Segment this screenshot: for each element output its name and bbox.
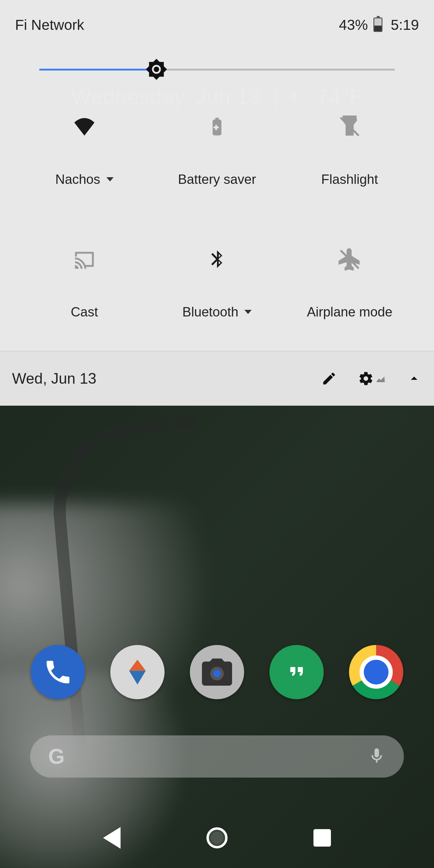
tile-flashlight[interactable]: Flashlight: [283, 115, 416, 187]
battery-saver-icon: [205, 115, 229, 138]
svg-point-5: [213, 670, 221, 678]
app-camera[interactable]: [190, 645, 244, 699]
tile-battery-saver[interactable]: Battery saver: [151, 115, 283, 187]
collapse-button[interactable]: [406, 371, 422, 386]
dock: [0, 645, 434, 699]
chevron-down-icon[interactable]: [244, 310, 252, 314]
status-bar: Fi Network 43% 5:19: [0, 0, 434, 36]
tile-wifi-label: Nachos: [55, 172, 100, 187]
flashlight-icon: [338, 115, 362, 138]
qs-footer: Wed, Jun 13: [0, 351, 434, 406]
brightness-slider[interactable]: [39, 60, 395, 79]
tile-cast-label: Cast: [71, 304, 98, 319]
chevron-down-icon[interactable]: [106, 177, 114, 181]
clock: 5:19: [391, 17, 419, 33]
brightness-thumb-icon[interactable]: [144, 57, 169, 82]
nav-home-button[interactable]: [207, 827, 227, 848]
battery-percent: 43%: [339, 17, 368, 33]
airplane-icon: [338, 247, 362, 271]
app-chrome[interactable]: [349, 645, 403, 699]
tile-cast[interactable]: Cast: [18, 247, 151, 319]
tile-airplane-label: Airplane mode: [307, 304, 393, 319]
svg-point-1: [154, 67, 159, 72]
app-hangouts[interactable]: [270, 645, 324, 699]
nav-bar: [0, 808, 434, 868]
tile-bluetooth[interactable]: Bluetooth: [151, 247, 283, 319]
nav-back-button[interactable]: [103, 827, 121, 849]
svg-marker-3: [129, 671, 146, 684]
tile-airplane[interactable]: Airplane mode: [283, 247, 416, 319]
search-bar[interactable]: G: [30, 735, 404, 778]
tile-flashlight-label: Flashlight: [321, 172, 378, 187]
cast-icon: [72, 247, 96, 271]
settings-button[interactable]: [358, 371, 385, 386]
app-nova[interactable]: [110, 645, 164, 699]
bluetooth-icon: [205, 247, 229, 271]
qs-date: Wed, Jun 13: [12, 370, 96, 387]
tile-battery-saver-label: Battery saver: [178, 172, 256, 187]
quick-settings-panel: Wednesday, Jun 13 | ☀ 74°F Fi Network 43…: [0, 0, 434, 406]
carrier-label: Fi Network: [15, 17, 84, 33]
battery-icon: [373, 18, 382, 32]
svg-marker-2: [129, 660, 146, 671]
mic-icon[interactable]: [368, 747, 386, 766]
nav-recent-button[interactable]: [313, 829, 331, 846]
app-phone[interactable]: [31, 645, 85, 699]
wifi-icon: [72, 115, 96, 138]
tile-wifi[interactable]: Nachos: [18, 115, 151, 187]
edit-button[interactable]: [321, 371, 337, 386]
tile-bluetooth-label: Bluetooth: [182, 304, 239, 319]
google-g-icon: G: [48, 744, 64, 769]
